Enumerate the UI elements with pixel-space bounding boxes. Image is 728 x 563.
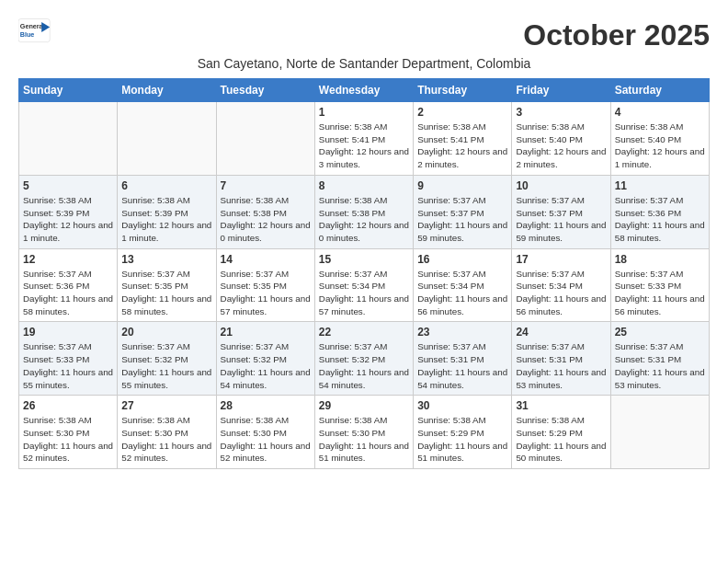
day-info: Sunrise: 5:37 AM Sunset: 5:31 PM Dayligh… [417,340,507,391]
day-number: 10 [516,179,606,192]
day-info: Sunrise: 5:38 AM Sunset: 5:38 PM Dayligh… [319,194,409,245]
calendar-day: 11Sunrise: 5:37 AM Sunset: 5:36 PM Dayli… [610,175,709,248]
day-number: 24 [516,326,606,339]
calendar-day: 20Sunrise: 5:37 AM Sunset: 5:32 PM Dayli… [118,322,216,396]
calendar-day: 21Sunrise: 5:37 AM Sunset: 5:32 PM Dayli… [216,322,314,396]
day-info: Sunrise: 5:38 AM Sunset: 5:30 PM Dayligh… [221,414,311,465]
calendar-day: 9Sunrise: 5:37 AM Sunset: 5:37 PM Daylig… [414,175,512,248]
calendar-week-row: 19Sunrise: 5:37 AM Sunset: 5:33 PM Dayli… [19,322,710,396]
day-number: 31 [516,399,606,412]
day-number: 23 [417,326,507,339]
day-info: Sunrise: 5:37 AM Sunset: 5:31 PM Dayligh… [615,340,705,391]
calendar-day: 31Sunrise: 5:38 AM Sunset: 5:29 PM Dayli… [512,396,610,469]
day-number: 25 [615,326,705,339]
day-number: 4 [615,106,705,119]
calendar-subtitle: San Cayetano, Norte de Santander Departm… [18,56,710,71]
calendar-day: 10Sunrise: 5:37 AM Sunset: 5:37 PM Dayli… [512,175,610,248]
day-info: Sunrise: 5:38 AM Sunset: 5:30 PM Dayligh… [319,414,409,465]
calendar-day: 25Sunrise: 5:37 AM Sunset: 5:31 PM Dayli… [610,322,709,396]
day-info: Sunrise: 5:37 AM Sunset: 5:37 PM Dayligh… [417,194,507,245]
calendar-day: 24Sunrise: 5:37 AM Sunset: 5:31 PM Dayli… [512,322,610,396]
day-number: 29 [319,399,409,412]
calendar-day: 14Sunrise: 5:37 AM Sunset: 5:35 PM Dayli… [216,248,314,322]
day-number: 7 [221,179,311,192]
day-number: 11 [615,179,705,192]
day-info: Sunrise: 5:37 AM Sunset: 5:33 PM Dayligh… [23,340,113,391]
day-number: 13 [121,253,211,266]
calendar-day: 15Sunrise: 5:37 AM Sunset: 5:34 PM Dayli… [314,248,413,322]
day-number: 14 [221,253,311,266]
calendar-day: 22Sunrise: 5:37 AM Sunset: 5:32 PM Dayli… [314,322,413,396]
calendar-week-row: 26Sunrise: 5:38 AM Sunset: 5:30 PM Dayli… [19,396,710,469]
svg-text:Blue: Blue [20,30,35,39]
day-number: 21 [221,326,311,339]
day-info: Sunrise: 5:38 AM Sunset: 5:40 PM Dayligh… [516,121,606,171]
calendar-day: 16Sunrise: 5:37 AM Sunset: 5:34 PM Dayli… [414,248,512,322]
day-info: Sunrise: 5:37 AM Sunset: 5:32 PM Dayligh… [319,340,409,391]
calendar-day: 2Sunrise: 5:38 AM Sunset: 5:41 PM Daylig… [414,102,512,176]
calendar-day: 23Sunrise: 5:37 AM Sunset: 5:31 PM Dayli… [414,322,512,396]
calendar-day: 13Sunrise: 5:37 AM Sunset: 5:35 PM Dayli… [118,248,216,322]
month-title: October 2025 [523,18,710,52]
day-number: 8 [319,179,409,192]
day-info: Sunrise: 5:38 AM Sunset: 5:29 PM Dayligh… [516,414,606,465]
day-number: 12 [23,253,113,266]
calendar-day: 17Sunrise: 5:37 AM Sunset: 5:34 PM Dayli… [512,248,610,322]
day-info: Sunrise: 5:37 AM Sunset: 5:34 PM Dayligh… [516,268,606,318]
day-number: 9 [417,179,507,192]
calendar-day: 4Sunrise: 5:38 AM Sunset: 5:40 PM Daylig… [610,102,709,176]
calendar-day: 6Sunrise: 5:38 AM Sunset: 5:39 PM Daylig… [118,175,216,248]
day-number: 18 [615,253,705,266]
day-number: 2 [417,106,507,119]
day-number: 3 [516,106,606,119]
day-info: Sunrise: 5:37 AM Sunset: 5:37 PM Dayligh… [516,194,606,245]
day-number: 28 [221,399,311,412]
calendar-day: 7Sunrise: 5:38 AM Sunset: 5:38 PM Daylig… [216,175,314,248]
day-info: Sunrise: 5:37 AM Sunset: 5:33 PM Dayligh… [615,268,705,318]
calendar-header-row: SundayMondayTuesdayWednesdayThursdayFrid… [19,79,710,102]
header-tuesday: Tuesday [216,79,314,102]
day-info: Sunrise: 5:38 AM Sunset: 5:38 PM Dayligh… [221,194,311,245]
header-sunday: Sunday [19,79,118,102]
day-info: Sunrise: 5:38 AM Sunset: 5:41 PM Dayligh… [417,121,507,171]
day-number: 26 [23,399,113,412]
calendar-day: 27Sunrise: 5:38 AM Sunset: 5:30 PM Dayli… [118,396,216,469]
header-friday: Friday [512,79,610,102]
day-info: Sunrise: 5:38 AM Sunset: 5:30 PM Dayligh… [23,414,113,465]
calendar-week-row: 12Sunrise: 5:37 AM Sunset: 5:36 PM Dayli… [19,248,710,322]
day-info: Sunrise: 5:37 AM Sunset: 5:34 PM Dayligh… [319,268,409,318]
header-monday: Monday [118,79,216,102]
day-info: Sunrise: 5:38 AM Sunset: 5:41 PM Dayligh… [319,121,409,171]
day-info: Sunrise: 5:37 AM Sunset: 5:32 PM Dayligh… [221,340,311,391]
day-number: 16 [417,253,507,266]
day-info: Sunrise: 5:37 AM Sunset: 5:36 PM Dayligh… [23,268,113,318]
calendar-day: 1Sunrise: 5:38 AM Sunset: 5:41 PM Daylig… [314,102,413,176]
calendar-table: SundayMondayTuesdayWednesdayThursdayFrid… [18,78,710,469]
svg-text:General: General [20,22,45,30]
logo-icon: General Blue [18,18,51,44]
calendar-day: 28Sunrise: 5:38 AM Sunset: 5:30 PM Dayli… [216,396,314,469]
day-number: 20 [121,326,211,339]
calendar-day: 30Sunrise: 5:38 AM Sunset: 5:29 PM Dayli… [414,396,512,469]
calendar-day: 12Sunrise: 5:37 AM Sunset: 5:36 PM Dayli… [19,248,118,322]
day-info: Sunrise: 5:37 AM Sunset: 5:35 PM Dayligh… [121,268,211,318]
day-info: Sunrise: 5:38 AM Sunset: 5:39 PM Dayligh… [23,194,113,245]
day-info: Sunrise: 5:37 AM Sunset: 5:32 PM Dayligh… [121,340,211,391]
header-saturday: Saturday [610,79,709,102]
calendar-day: 18Sunrise: 5:37 AM Sunset: 5:33 PM Dayli… [610,248,709,322]
day-number: 15 [319,253,409,266]
calendar-day: 5Sunrise: 5:38 AM Sunset: 5:39 PM Daylig… [19,175,118,248]
calendar-day: 19Sunrise: 5:37 AM Sunset: 5:33 PM Dayli… [19,322,118,396]
day-info: Sunrise: 5:37 AM Sunset: 5:31 PM Dayligh… [516,340,606,391]
day-info: Sunrise: 5:37 AM Sunset: 5:36 PM Dayligh… [615,194,705,245]
day-info: Sunrise: 5:38 AM Sunset: 5:40 PM Dayligh… [615,121,705,171]
day-info: Sunrise: 5:38 AM Sunset: 5:39 PM Dayligh… [121,194,211,245]
calendar-day: 29Sunrise: 5:38 AM Sunset: 5:30 PM Dayli… [314,396,413,469]
calendar-day: 8Sunrise: 5:38 AM Sunset: 5:38 PM Daylig… [314,175,413,248]
header-thursday: Thursday [414,79,512,102]
logo: General Blue [18,18,51,44]
day-info: Sunrise: 5:38 AM Sunset: 5:29 PM Dayligh… [417,414,507,465]
day-number: 5 [23,179,113,192]
day-info: Sunrise: 5:38 AM Sunset: 5:30 PM Dayligh… [121,414,211,465]
calendar-week-row: 5Sunrise: 5:38 AM Sunset: 5:39 PM Daylig… [19,175,710,248]
